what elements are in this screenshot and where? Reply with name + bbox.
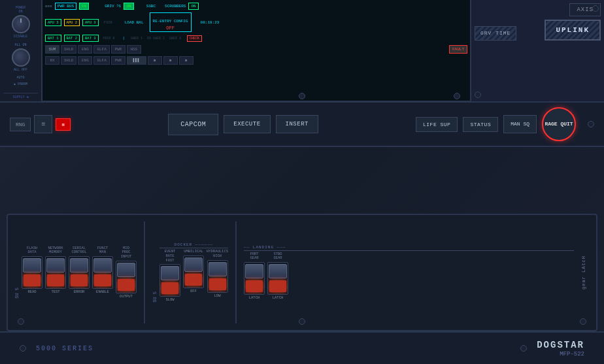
screw-mid-right: [454, 93, 460, 99]
symbol-button[interactable]: ≡: [34, 115, 52, 133]
main-screen: ■■■ PWR BUS ON GRIV ?1 ON S1BC SCRUBBERS…: [42, 0, 470, 101]
rng-button[interactable]: RNG: [10, 118, 31, 131]
screw-top-right: [592, 5, 599, 12]
switch-port-gear[interactable]: PORTGEAR LATCH: [244, 252, 265, 301]
series-label: 5000 SERIES: [36, 345, 93, 352]
right-controls: AXIS GRV TIME UPLINK: [470, 0, 604, 101]
screw-mid-top: [299, 93, 305, 99]
docker-label: DOCKER ——————: [159, 242, 228, 248]
model-number: MFP-522: [537, 351, 584, 357]
screw-right-top: [475, 91, 481, 98]
eng2-btn[interactable]: ENG: [78, 56, 92, 65]
shld2-btn[interactable]: SHLD: [61, 56, 76, 65]
landing-label: —— LANDING ———: [244, 245, 574, 251]
life-sup-button[interactable]: LIFE SUP: [416, 117, 458, 132]
rx-btn[interactable]: RX: [45, 56, 59, 65]
switch-serial-control[interactable]: SERIALCONTROL ERROR: [69, 246, 90, 299]
screw-panel-br: [580, 318, 586, 325]
screw-panel-bc: [299, 318, 305, 325]
switch-hydraulics[interactable]: HYDRAULICSHIGH LOW: [207, 250, 228, 302]
top-area: POWERON DISABLE ALL ON ALL OFF AUTO ▲ PA…: [0, 0, 604, 101]
misc2-btn[interactable]: ■: [163, 56, 178, 65]
switch-event-rate[interactable]: EVENTRATEFAST SLOW: [159, 250, 180, 302]
switch-stbd-gear[interactable]: STBDGEAR LATCH: [267, 252, 288, 301]
panel-bottom: 5000 SERIES DOGSTAR MFP-522: [0, 331, 604, 364]
status-button[interactable]: STATUS: [463, 117, 498, 132]
pwr2-btn[interactable]: PWR: [111, 56, 126, 65]
grv-time-button[interactable]: GRV TIME: [475, 26, 516, 41]
command-section: RNG ≡ ■ CAPCOM EXECUTE INSERT LIFE SUP S…: [0, 101, 604, 147]
uplink-button[interactable]: UPLINK: [545, 20, 601, 41]
switch-funct-man[interactable]: FUNCTMAN ENABLE: [92, 246, 113, 299]
misc1-btn[interactable]: ■: [148, 56, 162, 65]
glfa-btn[interactable]: GLFA: [93, 45, 109, 54]
screw-panel-bl: [18, 318, 24, 325]
glfa2-btn[interactable]: GLFA: [93, 56, 109, 65]
sum-btn[interactable]: SUM: [45, 45, 59, 54]
switch-panel: SU 5 FLASHDATA READ NETWORKMEMORY: [7, 214, 597, 331]
switch-network-memory[interactable]: NETWORKMEMORY TEST: [45, 246, 66, 299]
rage-quit-button[interactable]: RAGE QUIT: [542, 107, 576, 141]
misc3-btn[interactable]: ■: [179, 56, 193, 65]
screw-cmd-right: [588, 121, 594, 127]
shld-btn[interactable]: SHLD: [61, 45, 76, 54]
pwr-btn[interactable]: PWR: [111, 45, 126, 54]
su-label-2: SU 5: [152, 288, 158, 303]
hss-btn[interactable]: HSS: [127, 45, 141, 54]
switch-mid-proc[interactable]: MIDPROCINPUT OUTPUT: [116, 246, 137, 299]
insert-button[interactable]: INSERT: [276, 115, 318, 133]
screw-bottom-right: [520, 345, 527, 352]
fault-btn[interactable]: FAULT: [449, 45, 467, 54]
su-label-1: SU 5: [14, 284, 20, 299]
brand-name: DOGSTAR: [537, 340, 584, 350]
brand-block: DOGSTAR MFP-522: [537, 340, 584, 357]
execute-button[interactable]: EXECUTE: [224, 115, 270, 133]
screw-bottom-left: [20, 345, 26, 352]
eng-btn[interactable]: ENG: [78, 45, 92, 54]
gear-latch-annotation: gear LAtcH: [578, 256, 590, 290]
left-controls: POWERON DISABLE ALL ON ALL OFF AUTO ▲ PA…: [0, 0, 42, 101]
capcom-button[interactable]: CAPCOM: [168, 114, 218, 135]
switch-umbilical[interactable]: UMBILICAL OFF: [183, 250, 204, 302]
hss2-btn[interactable]: ▌▌▌: [127, 56, 146, 65]
man-sq-button[interactable]: MAN SQ: [503, 115, 537, 133]
red-indicator: ■: [56, 118, 71, 131]
switch-flash-data[interactable]: FLASHDATA READ: [22, 246, 42, 299]
main-panel: POWERON DISABLE ALL ON ALL OFF AUTO ▲ PA…: [0, 0, 604, 364]
